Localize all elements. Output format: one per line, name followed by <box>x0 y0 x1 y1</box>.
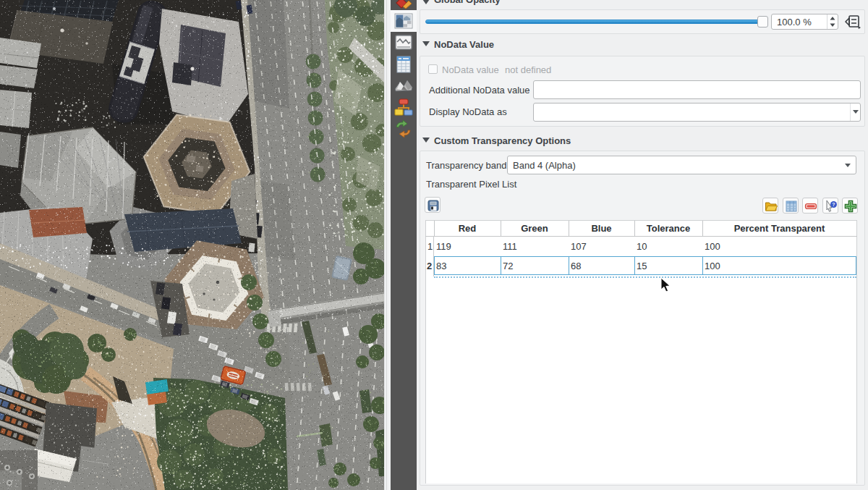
svg-text:?: ? <box>832 202 835 207</box>
